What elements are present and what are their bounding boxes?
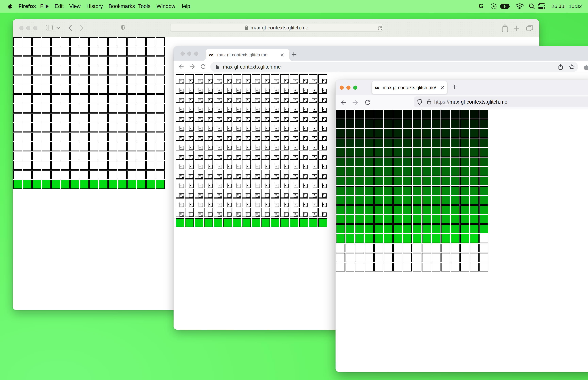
safari-minimize-button[interactable]	[26, 26, 30, 30]
broken-content-icon	[284, 183, 288, 188]
broken-content-icon	[189, 155, 193, 159]
chrome-reload-icon[interactable]	[201, 64, 206, 69]
broken-content-icon	[293, 193, 298, 197]
broken-content-icon	[217, 78, 222, 83]
chrome-forward-icon[interactable]	[190, 64, 195, 69]
canvas-cell	[290, 84, 298, 93]
canvas-cell	[80, 152, 89, 160]
chrome-url-field[interactable]: max-gl-contexts.glitch.me	[210, 62, 578, 72]
firefox-back-icon[interactable]	[341, 100, 346, 105]
canvas-cell	[127, 38, 136, 46]
canvas-cell	[156, 57, 165, 65]
broken-content-icon	[293, 174, 298, 178]
canvas-cell	[355, 215, 364, 224]
menu-history[interactable]: History	[86, 0, 103, 13]
menu-tools[interactable]: Tools	[138, 0, 151, 13]
canvas-cell	[108, 133, 117, 141]
tab-overview-icon[interactable]	[526, 25, 533, 31]
chevron-down-icon[interactable]	[57, 27, 60, 29]
canvas-cell	[318, 84, 327, 93]
safari-forward-icon[interactable]	[80, 25, 84, 31]
broken-content-icon	[198, 98, 203, 102]
canvas-cell	[51, 171, 60, 179]
canvas-cell	[99, 123, 108, 132]
canvas-cell	[223, 113, 232, 122]
canvas-cell	[470, 119, 479, 128]
google-icon[interactable]: G	[478, 3, 484, 9]
extensions-puzzle-icon[interactable]	[583, 64, 588, 70]
play-circle-icon[interactable]	[491, 3, 497, 9]
chrome-active-tab[interactable]: ∞ max-gl-contexts.glitch.me	[206, 49, 289, 61]
canvas-cell	[336, 157, 345, 166]
tab-close-icon[interactable]	[281, 53, 284, 57]
battery-charging-icon[interactable]	[500, 4, 510, 9]
firefox-url-field[interactable]: https:// max-gl-contexts.glitch.me	[414, 96, 588, 107]
canvas-cell	[108, 95, 117, 103]
canvas-cell	[479, 234, 488, 243]
bookmark-star-icon[interactable]	[569, 64, 575, 70]
canvas-cell	[290, 198, 298, 207]
canvas-cell	[252, 93, 260, 103]
canvas-cell	[384, 148, 393, 157]
menu-time[interactable]: 10:32	[569, 3, 582, 9]
search-icon[interactable]	[529, 3, 535, 9]
broken-content-icon	[274, 88, 279, 93]
canvas-cell	[242, 218, 251, 227]
chrome-minimize-button[interactable]	[187, 52, 191, 56]
canvas-cell	[42, 161, 51, 170]
sidebar-icon[interactable]	[46, 25, 53, 30]
canvas-cell	[460, 234, 469, 243]
new-tab-icon[interactable]	[514, 25, 519, 31]
canvas-cell	[176, 189, 184, 198]
canvas-cell	[176, 160, 184, 169]
canvas-cell	[118, 114, 127, 122]
chrome-close-button[interactable]	[181, 52, 185, 56]
apple-menu-icon[interactable]	[8, 3, 12, 9]
firefox-close-button[interactable]	[340, 86, 344, 90]
share-icon[interactable]	[502, 24, 508, 32]
broken-content-icon	[303, 107, 308, 112]
safari-url-field[interactable]: max-gl-contexts.glitch.me	[170, 24, 383, 32]
broken-content-icon	[274, 155, 279, 159]
privacy-shield-icon[interactable]	[121, 25, 125, 31]
canvas-cell	[355, 138, 364, 147]
firefox-zoom-button[interactable]	[353, 86, 357, 90]
canvas-cell	[32, 76, 41, 84]
chrome-back-icon[interactable]	[179, 64, 184, 69]
menu-date[interactable]: 26 Jul	[551, 3, 566, 9]
safari-zoom-button[interactable]	[33, 26, 37, 30]
chrome-new-tab-icon[interactable]	[291, 52, 296, 57]
firefox-minimize-button[interactable]	[346, 86, 350, 90]
menu-app-name[interactable]: Firefox	[18, 0, 36, 13]
canvas-cell	[309, 170, 318, 179]
canvas-cell	[233, 170, 241, 179]
canvas-cell	[223, 160, 232, 169]
menu-view[interactable]: View	[69, 0, 81, 13]
firefox-forward-icon[interactable]	[352, 100, 358, 105]
firefox-new-tab-icon[interactable]	[452, 84, 457, 90]
firefox-active-tab[interactable]: ∞ max-gl-contexts.glitch.me/	[372, 81, 447, 94]
canvas-cell	[290, 218, 298, 227]
canvas-cell	[318, 151, 327, 160]
canvas-cell	[441, 205, 450, 214]
tab-close-icon[interactable]	[440, 86, 444, 90]
chrome-zoom-button[interactable]	[194, 52, 198, 56]
firefox-reload-icon[interactable]	[365, 100, 371, 105]
safari-back-icon[interactable]	[68, 25, 72, 31]
canvas-cell	[99, 95, 108, 103]
menu-file[interactable]: File	[40, 0, 49, 13]
menu-window[interactable]: Window	[156, 0, 175, 13]
canvas-cell	[185, 198, 194, 207]
wifi-icon[interactable]	[516, 3, 524, 9]
safari-close-button[interactable]	[19, 26, 23, 30]
chrome-share-icon[interactable]	[558, 64, 563, 70]
broken-content-icon	[246, 126, 250, 131]
control-center-icon[interactable]	[538, 3, 545, 9]
canvas-cell	[460, 157, 469, 166]
canvas-cell	[42, 142, 51, 151]
menu-help[interactable]: Help	[179, 0, 190, 13]
canvas-cell	[299, 132, 308, 141]
menu-edit[interactable]: Edit	[55, 0, 64, 13]
menu-bookmarks[interactable]: Bookmarks	[109, 0, 135, 13]
safari-reload-icon[interactable]	[377, 25, 383, 31]
